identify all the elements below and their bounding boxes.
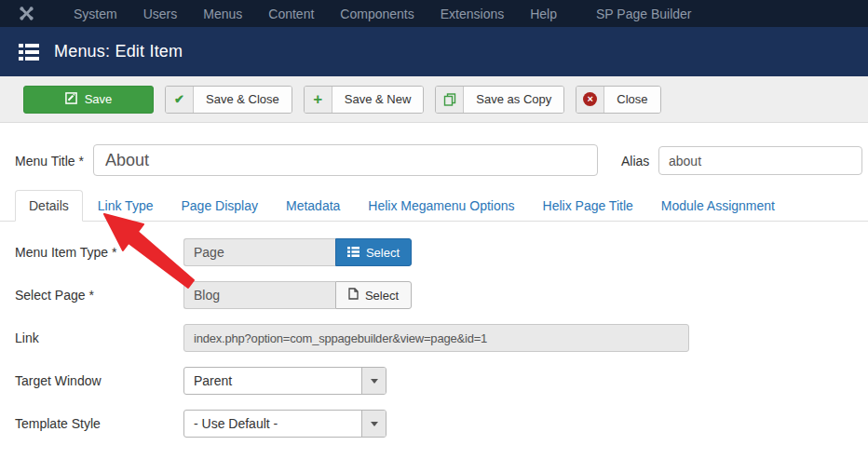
close-label: Close [604,87,659,113]
save-new-button[interactable]: + Save & New [304,86,425,114]
admin-navbar: System Users Menus Content Components Ex… [0,0,868,27]
nav-item-users[interactable]: Users [130,0,191,27]
nav-item-menus[interactable]: Menus [190,0,255,27]
select-page-value: Blog [183,281,335,309]
nav-item-sp-page-builder[interactable]: SP Page Builder [583,0,704,27]
tab-module-assignment[interactable]: Module Assignment [648,191,788,221]
menu-item-type-select-label: Select [366,246,400,260]
target-window-value: Parent [184,373,361,388]
check-icon: ✔ [166,87,194,113]
menu-item-type-label: Menu Item Type * [15,245,116,260]
select-page-label: Select Page * [15,288,94,303]
menu-item-type-select-button[interactable]: Select [335,238,412,266]
plus-icon: + [305,87,332,113]
tab-page-display[interactable]: Page Display [168,191,271,221]
caret-down-icon [361,411,386,437]
nav-item-content[interactable]: Content [255,0,327,27]
save-copy-button[interactable]: Save as Copy [435,86,564,114]
target-window-label: Target Window [15,373,102,388]
link-label: Link [15,330,39,345]
save-copy-label: Save as Copy [464,87,563,113]
menu-title-input[interactable] [93,144,598,176]
toolbar: Save ✔ Save & Close + Save & New Save as… [0,76,868,123]
save-button-label: Save [85,92,113,106]
tab-helix-megamenu-options[interactable]: Helix Megamenu Options [355,191,527,221]
joomla-logo-icon[interactable] [19,6,34,21]
link-value: index.php?option=com_sppagebuilder&view=… [183,324,689,352]
select-page-select-label: Select [365,289,399,303]
tab-metadata[interactable]: Metadata [273,191,353,221]
save-new-label: Save & New [332,87,424,113]
alias-label: Alias [621,154,649,169]
alias-input[interactable] [658,146,862,175]
select-page-select-button[interactable]: Select [335,281,412,309]
th-list-icon [347,246,359,260]
nav-item-help[interactable]: Help [517,0,570,27]
page-header: Menus: Edit Item [0,27,868,76]
copy-icon [436,87,464,113]
circle-x-icon: × [576,87,604,113]
edit-item-tabs: Details Link Type Page Display Metadata … [0,191,868,222]
tab-details[interactable]: Details [15,190,83,222]
nav-item-system[interactable]: System [61,0,130,27]
menu-item-type-value: Page [183,238,335,266]
caret-down-icon [361,368,386,394]
file-icon [348,288,359,303]
close-button[interactable]: × Close [576,86,660,114]
save-close-label: Save & Close [194,87,292,113]
tab-helix-page-title[interactable]: Helix Page Title [530,191,646,221]
template-style-label: Template Style [15,416,101,431]
template-style-select[interactable]: - Use Default - [183,410,387,438]
target-window-select[interactable]: Parent [183,367,387,395]
save-button[interactable]: Save [23,86,154,114]
tab-link-type[interactable]: Link Type [85,191,167,221]
pencil-square-icon [65,92,77,107]
menu-title-label: Menu Title * [15,154,84,169]
page-title: Menus: Edit Item [54,42,183,61]
nav-item-components[interactable]: Components [327,0,427,27]
template-style-value: - Use Default - [184,416,361,431]
nav-item-extensions[interactable]: Extensions [427,0,517,27]
menu-list-icon [19,44,39,61]
save-close-button[interactable]: ✔ Save & Close [165,86,292,114]
